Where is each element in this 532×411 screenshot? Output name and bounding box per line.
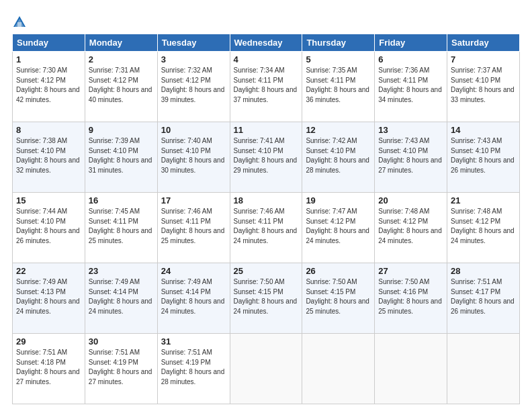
day-info: Sunrise: 7:30 AMSunset: 4:12 PMDaylight:… [16,66,80,103]
day-info: Sunrise: 7:41 AMSunset: 4:10 PMDaylight:… [234,137,298,174]
week-row-1: 1 Sunrise: 7:30 AMSunset: 4:12 PMDayligh… [13,52,520,122]
day-cell: 14 Sunrise: 7:43 AMSunset: 4:10 PMDaylig… [447,122,520,193]
day-cell: 17 Sunrise: 7:46 AMSunset: 4:11 PMDaylig… [157,193,230,263]
day-number: 2 [89,54,154,64]
weekday-friday: Friday [375,34,447,52]
day-number: 24 [161,266,226,276]
day-number: 23 [89,266,154,276]
day-number: 30 [89,336,154,347]
day-cell: 27 Sunrise: 7:50 AMSunset: 4:16 PMDaylig… [375,263,447,334]
weekday-thursday: Thursday [302,34,375,52]
day-cell: 8 Sunrise: 7:38 AMSunset: 4:10 PMDayligh… [13,122,85,193]
day-info: Sunrise: 7:47 AMSunset: 4:12 PMDaylight:… [306,208,369,244]
day-cell: 1 Sunrise: 7:30 AMSunset: 4:12 PMDayligh… [13,52,85,122]
week-row-3: 15 Sunrise: 7:44 AMSunset: 4:10 PMDaylig… [13,193,520,263]
day-info: Sunrise: 7:40 AMSunset: 4:10 PMDaylight:… [161,137,225,174]
day-number: 9 [89,125,154,135]
day-cell: 19 Sunrise: 7:47 AMSunset: 4:12 PMDaylig… [302,193,375,263]
day-info: Sunrise: 7:38 AMSunset: 4:10 PMDaylight:… [16,137,80,174]
day-number: 10 [161,125,226,135]
day-info: Sunrise: 7:34 AMSunset: 4:11 PMDaylight:… [234,66,298,103]
day-number: 14 [451,125,516,135]
day-number: 28 [451,266,516,276]
day-number: 15 [16,195,81,205]
day-cell [230,334,302,404]
day-info: Sunrise: 7:51 AMSunset: 4:17 PMDaylight:… [451,278,515,315]
calendar-table: SundayMondayTuesdayWednesdayThursdayFrid… [12,34,520,404]
day-number: 11 [234,125,299,135]
day-info: Sunrise: 7:51 AMSunset: 4:19 PMDaylight:… [89,349,152,385]
day-cell: 13 Sunrise: 7:43 AMSunset: 4:10 PMDaylig… [375,122,447,193]
day-number: 3 [161,54,226,64]
day-cell: 20 Sunrise: 7:48 AMSunset: 4:12 PMDaylig… [375,193,447,263]
day-info: Sunrise: 7:50 AMSunset: 4:15 PMDaylight:… [234,278,298,315]
logo-icon [12,15,27,30]
day-info: Sunrise: 7:46 AMSunset: 4:11 PMDaylight:… [161,208,225,244]
day-number: 19 [306,195,371,205]
day-cell: 11 Sunrise: 7:41 AMSunset: 4:10 PMDaylig… [230,122,302,193]
day-number: 20 [378,195,443,205]
day-cell: 21 Sunrise: 7:48 AMSunset: 4:12 PMDaylig… [447,193,520,263]
logo [12,15,28,30]
day-cell: 16 Sunrise: 7:45 AMSunset: 4:11 PMDaylig… [85,193,157,263]
day-number: 18 [234,195,299,205]
day-info: Sunrise: 7:37 AMSunset: 4:10 PMDaylight:… [451,66,515,103]
day-info: Sunrise: 7:46 AMSunset: 4:11 PMDaylight:… [234,208,298,244]
day-info: Sunrise: 7:32 AMSunset: 4:12 PMDaylight:… [161,66,225,103]
weekday-monday: Monday [85,34,157,52]
day-cell: 7 Sunrise: 7:37 AMSunset: 4:10 PMDayligh… [447,52,520,122]
day-info: Sunrise: 7:44 AMSunset: 4:10 PMDaylight:… [16,208,80,244]
day-number: 8 [16,125,81,135]
day-cell: 29 Sunrise: 7:51 AMSunset: 4:18 PMDaylig… [13,334,85,404]
day-info: Sunrise: 7:31 AMSunset: 4:12 PMDaylight:… [89,66,152,103]
weekday-header-row: SundayMondayTuesdayWednesdayThursdayFrid… [13,34,520,52]
day-number: 1 [16,54,81,64]
day-cell [447,334,520,404]
day-info: Sunrise: 7:51 AMSunset: 4:18 PMDaylight:… [16,349,80,385]
day-number: 6 [378,54,443,64]
day-number: 12 [306,125,371,135]
day-number: 5 [306,54,371,64]
day-number: 31 [161,336,226,347]
page: SundayMondayTuesdayWednesdayThursdayFrid… [0,0,532,411]
day-number: 17 [161,195,226,205]
day-info: Sunrise: 7:50 AMSunset: 4:15 PMDaylight:… [306,278,369,315]
day-number: 16 [89,195,154,205]
day-info: Sunrise: 7:35 AMSunset: 4:11 PMDaylight:… [306,66,369,103]
day-cell: 6 Sunrise: 7:36 AMSunset: 4:11 PMDayligh… [375,52,447,122]
day-info: Sunrise: 7:51 AMSunset: 4:19 PMDaylight:… [161,349,225,385]
weekday-saturday: Saturday [447,34,520,52]
day-cell: 15 Sunrise: 7:44 AMSunset: 4:10 PMDaylig… [13,193,85,263]
day-cell [302,334,375,404]
day-number: 27 [378,266,443,276]
weekday-tuesday: Tuesday [157,34,230,52]
day-cell: 5 Sunrise: 7:35 AMSunset: 4:11 PMDayligh… [302,52,375,122]
day-cell: 18 Sunrise: 7:46 AMSunset: 4:11 PMDaylig… [230,193,302,263]
day-cell: 10 Sunrise: 7:40 AMSunset: 4:10 PMDaylig… [157,122,230,193]
day-info: Sunrise: 7:39 AMSunset: 4:10 PMDaylight:… [89,137,152,174]
day-cell: 9 Sunrise: 7:39 AMSunset: 4:10 PMDayligh… [85,122,157,193]
week-row-2: 8 Sunrise: 7:38 AMSunset: 4:10 PMDayligh… [13,122,520,193]
day-cell: 23 Sunrise: 7:49 AMSunset: 4:14 PMDaylig… [85,263,157,334]
day-info: Sunrise: 7:36 AMSunset: 4:11 PMDaylight:… [378,66,442,103]
day-cell: 31 Sunrise: 7:51 AMSunset: 4:19 PMDaylig… [157,334,230,404]
day-info: Sunrise: 7:48 AMSunset: 4:12 PMDaylight:… [378,208,442,244]
day-info: Sunrise: 7:49 AMSunset: 4:14 PMDaylight:… [161,278,225,315]
day-number: 7 [451,54,516,64]
day-cell: 28 Sunrise: 7:51 AMSunset: 4:17 PMDaylig… [447,263,520,334]
day-number: 13 [378,125,443,135]
day-info: Sunrise: 7:50 AMSunset: 4:16 PMDaylight:… [378,278,442,315]
day-cell: 26 Sunrise: 7:50 AMSunset: 4:15 PMDaylig… [302,263,375,334]
day-info: Sunrise: 7:49 AMSunset: 4:13 PMDaylight:… [16,278,80,315]
day-info: Sunrise: 7:45 AMSunset: 4:11 PMDaylight:… [89,208,152,244]
day-number: 4 [234,54,299,64]
weekday-wednesday: Wednesday [230,34,302,52]
weekday-sunday: Sunday [13,34,85,52]
day-info: Sunrise: 7:43 AMSunset: 4:10 PMDaylight:… [451,137,515,174]
day-number: 22 [16,266,81,276]
day-cell: 25 Sunrise: 7:50 AMSunset: 4:15 PMDaylig… [230,263,302,334]
week-row-5: 29 Sunrise: 7:51 AMSunset: 4:18 PMDaylig… [13,334,520,404]
day-info: Sunrise: 7:48 AMSunset: 4:12 PMDaylight:… [451,208,515,244]
svg-rect-2 [17,22,21,27]
day-info: Sunrise: 7:42 AMSunset: 4:10 PMDaylight:… [306,137,369,174]
